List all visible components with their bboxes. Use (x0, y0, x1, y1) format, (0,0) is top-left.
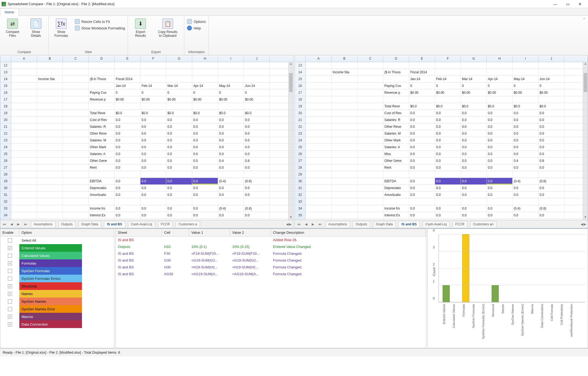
cell[interactable]: 0 (140, 89, 166, 96)
cell[interactable]: 0.0 (409, 151, 435, 157)
cell[interactable]: Jan-14 (115, 83, 140, 89)
cell[interactable] (37, 110, 63, 116)
cell[interactable]: 0.0 (538, 117, 564, 123)
cell[interactable] (37, 103, 63, 110)
cell[interactable]: 0.0 (435, 117, 461, 123)
ribbon-collapse-icon[interactable]: ⌃ (583, 17, 586, 22)
cell[interactable] (37, 157, 63, 164)
cell[interactable]: Cost of Rev (383, 110, 409, 116)
cell[interactable]: 0.0 (435, 151, 461, 157)
row-header[interactable]: 26 (295, 151, 305, 157)
cell[interactable] (63, 164, 89, 171)
cell[interactable]: EBITDA (89, 178, 115, 184)
cell[interactable]: $0.00 (513, 89, 538, 96)
cell[interactable]: 0.0 (461, 137, 487, 144)
cell[interactable]: 0.0 (538, 137, 564, 144)
cell[interactable] (357, 198, 383, 205)
cell[interactable]: 0.0 (487, 151, 513, 157)
cell[interactable] (409, 198, 435, 205)
column-header[interactable]: C (63, 55, 89, 62)
cell[interactable] (37, 178, 63, 184)
row-header[interactable]: 28 (0, 171, 11, 178)
row-header[interactable]: 18 (0, 103, 11, 110)
cell[interactable] (461, 96, 487, 103)
cell[interactable]: 0.0 (192, 130, 218, 137)
option-checkbox[interactable] (8, 254, 12, 258)
cell[interactable] (37, 137, 63, 144)
cell[interactable]: Salaries: M (383, 130, 409, 137)
cell[interactable] (306, 151, 332, 157)
cell[interactable]: 0 (409, 83, 435, 89)
cell[interactable]: Interest Ex (383, 212, 409, 219)
cell[interactable] (306, 192, 332, 198)
cell[interactable] (487, 198, 513, 205)
cell[interactable]: 0.0 (487, 212, 513, 219)
cell[interactable] (63, 89, 89, 96)
row-header[interactable]: 13 (295, 62, 305, 69)
cell[interactable] (63, 83, 89, 89)
cell[interactable] (166, 198, 192, 205)
row-header[interactable]: 21 (295, 117, 305, 123)
cell[interactable]: 0.0 (218, 164, 244, 171)
cell[interactable]: 0.0 (538, 219, 564, 220)
cell[interactable] (37, 219, 63, 220)
cell[interactable] (11, 69, 37, 75)
cell[interactable] (11, 157, 37, 164)
option-checkbox[interactable]: ✓ (8, 315, 12, 319)
cell[interactable] (357, 212, 383, 219)
cell[interactable] (63, 76, 89, 82)
cell[interactable]: 0.0 (461, 212, 487, 219)
cell[interactable]: $0.00 (115, 96, 140, 103)
cell[interactable]: 0.0 (461, 164, 487, 171)
cell[interactable]: Income fro (89, 205, 115, 212)
cell[interactable]: Rent (89, 164, 115, 171)
cell[interactable] (37, 123, 63, 130)
cell[interactable] (218, 171, 244, 178)
cell[interactable]: Total Reve (89, 110, 115, 116)
row-header[interactable]: 26 (0, 157, 11, 164)
cell[interactable] (332, 83, 357, 89)
cell[interactable] (357, 123, 383, 130)
cell[interactable] (244, 76, 270, 82)
cell[interactable] (37, 164, 63, 171)
cell[interactable] (11, 110, 37, 116)
cell[interactable] (306, 157, 332, 164)
sheet-tab[interactable]: FCCR (452, 221, 467, 227)
cell[interactable]: 0.0 (166, 157, 192, 164)
option-checkbox[interactable] (8, 299, 12, 304)
row-header[interactable]: 30 (0, 185, 11, 192)
cell[interactable] (166, 69, 192, 75)
option-label[interactable]: Structural (19, 282, 82, 290)
cell[interactable]: $0.0 (115, 110, 140, 116)
cell[interactable] (487, 171, 513, 178)
cell[interactable] (11, 178, 37, 184)
cell[interactable]: 0.0 (140, 117, 166, 123)
cell[interactable]: 0.0 (218, 212, 244, 219)
cell[interactable] (332, 192, 357, 198)
cell[interactable]: 0.0 (409, 123, 435, 130)
cell[interactable]: 0.0 (244, 137, 270, 144)
cell[interactable] (115, 62, 140, 69)
column-header[interactable]: F (435, 55, 461, 62)
cell[interactable]: 0.0 (487, 185, 513, 191)
cell[interactable]: 0 (244, 89, 270, 96)
cell[interactable] (357, 96, 383, 103)
cell[interactable] (461, 69, 487, 75)
cell[interactable]: Depreciatio (89, 185, 115, 191)
show-details-button[interactable]: 📄 Show Details (26, 17, 46, 49)
cell[interactable]: 0.0 (218, 117, 244, 123)
cell[interactable] (89, 171, 115, 178)
cell[interactable] (11, 96, 37, 103)
cell[interactable] (306, 219, 332, 220)
cell[interactable] (538, 96, 564, 103)
column-header[interactable]: A (11, 55, 37, 62)
cell[interactable] (63, 103, 89, 110)
cell[interactable]: 0.0 (513, 219, 538, 220)
hscroll-button[interactable]: ◀ (286, 222, 289, 226)
row-header[interactable]: 23 (0, 137, 11, 144)
row-header[interactable]: 25 (0, 151, 11, 157)
cell[interactable]: 0.0 (218, 130, 244, 137)
cell[interactable]: 0.0 (166, 192, 192, 198)
cell[interactable]: 0.0 (140, 157, 166, 164)
cell[interactable]: 0.0 (244, 123, 270, 130)
